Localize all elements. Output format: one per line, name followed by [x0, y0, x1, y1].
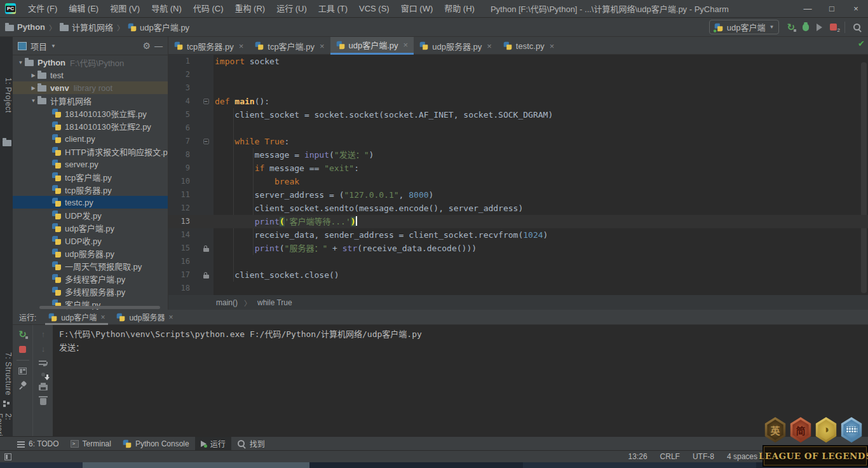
- menu-item[interactable]: VCS (S): [353, 0, 395, 18]
- tree-item[interactable]: ▶venvlibrary root: [13, 81, 168, 94]
- tree-item[interactable]: udp服务器.py: [13, 247, 168, 259]
- hide-panel-icon[interactable]: —: [154, 42, 163, 50]
- english-mode-icon[interactable]: 英: [764, 417, 787, 443]
- code-line[interactable]: 16: [168, 255, 868, 268]
- tool-window-button[interactable]: >Terminal: [65, 437, 117, 451]
- caret-position[interactable]: 13:26: [628, 452, 648, 461]
- menu-item[interactable]: 帮助 (H): [438, 0, 480, 18]
- tree-item[interactable]: ▶test: [13, 69, 168, 81]
- indent-style[interactable]: 4 spaces: [727, 452, 757, 461]
- stop-button[interactable]: 2: [830, 24, 837, 31]
- code-editor[interactable]: 1import socket234−def main():5 client_so…: [168, 55, 868, 294]
- close-icon[interactable]: ×: [168, 313, 173, 322]
- menu-item[interactable]: 编辑 (E): [63, 0, 104, 18]
- rerun-button[interactable]: ↻: [787, 23, 795, 32]
- code-line[interactable]: 18: [168, 282, 868, 295]
- code-line[interactable]: 15 print("服务器：" + str(receive_data.decod…: [168, 242, 868, 255]
- code-line[interactable]: 8 message = input("发送："): [168, 148, 868, 162]
- tree-item[interactable]: tcp服务器.py: [13, 183, 168, 196]
- menu-item[interactable]: 重构 (R): [229, 0, 271, 18]
- tree-item[interactable]: 一周天气预报爬取.py: [13, 259, 168, 272]
- tree-item[interactable]: client.py: [13, 132, 168, 145]
- editor-breadcrumb-item[interactable]: main(): [216, 298, 238, 307]
- tool-window-button[interactable]: 找到: [231, 437, 271, 451]
- menu-item[interactable]: 代码 (C): [187, 0, 229, 18]
- close-button[interactable]: ×: [844, 0, 868, 18]
- code-line[interactable]: 17 client_socket.close(): [168, 268, 868, 282]
- code-line[interactable]: 2: [168, 68, 868, 81]
- tree-item[interactable]: UDP发.py: [13, 209, 168, 221]
- restore-layout-button[interactable]: [18, 368, 27, 375]
- clear-console-button[interactable]: [40, 398, 46, 405]
- print-button[interactable]: [39, 385, 48, 390]
- tool-window-button[interactable]: Python Console: [117, 437, 195, 451]
- tree-item[interactable]: 多线程服务器.py: [13, 285, 168, 298]
- soft-keyboard-icon[interactable]: [840, 417, 863, 443]
- code-line[interactable]: 5 client_socket = socket.socket(socket.A…: [168, 108, 868, 121]
- code-line[interactable]: 3: [168, 81, 868, 95]
- code-line[interactable]: 10 break: [168, 175, 868, 188]
- breadcrumb-item[interactable]: Python: [5, 22, 45, 32]
- run-console-output[interactable]: F:\代码\Python\venv\Scripts\python.exe F:/…: [53, 325, 868, 436]
- tree-item[interactable]: udp客户端.py: [13, 221, 168, 234]
- down-stacktrace-button[interactable]: ↓: [41, 345, 46, 354]
- code-line[interactable]: 1import socket: [168, 55, 868, 68]
- breadcrumb-item[interactable]: udp客户端.py: [128, 21, 189, 33]
- tree-item[interactable]: 1814010130张立辉.py: [13, 107, 168, 120]
- run-configuration-select[interactable]: udp客户端 ▼: [709, 20, 780, 34]
- code-line[interactable]: 11 server_address = ("127.0.0.1", 8000): [168, 188, 868, 202]
- rerun-program-button[interactable]: ↻: [18, 330, 27, 339]
- menu-item[interactable]: 文件 (F): [22, 0, 63, 18]
- chevron-down-icon[interactable]: ▼: [29, 98, 37, 104]
- close-icon[interactable]: ×: [100, 313, 105, 322]
- code-line[interactable]: 9 if message == "exit":: [168, 162, 868, 175]
- editor-tab[interactable]: udp客户端.py×: [330, 37, 414, 55]
- minimize-button[interactable]: —: [796, 0, 820, 18]
- run-with-coverage-button[interactable]: [817, 24, 822, 31]
- menu-item[interactable]: 窗口 (W): [395, 0, 439, 18]
- code-line[interactable]: 13 print('客户端等待...'): [168, 215, 868, 228]
- menu-item[interactable]: 运行 (U): [271, 0, 313, 18]
- fold-collapse-icon[interactable]: −: [203, 99, 209, 104]
- up-stacktrace-button[interactable]: ↑: [41, 330, 46, 339]
- tree-item[interactable]: server.py: [13, 158, 168, 170]
- stripe-project-button[interactable]: 1: Project: [0, 78, 13, 113]
- code-line[interactable]: 14 receive_data, sender_address = client…: [168, 228, 868, 242]
- code-line[interactable]: 4−def main():: [168, 95, 868, 108]
- close-icon[interactable]: ×: [403, 40, 409, 50]
- tree-item[interactable]: tcp客户端.py: [13, 170, 168, 183]
- close-icon[interactable]: ×: [239, 41, 244, 51]
- tool-window-button[interactable]: 6: TODO: [11, 437, 65, 451]
- tree-horizontal-scrollbar[interactable]: [39, 306, 160, 309]
- chevron-right-icon[interactable]: ▶: [29, 85, 37, 91]
- stop-process-button[interactable]: [19, 346, 26, 353]
- chevron-down-icon[interactable]: ▼: [51, 43, 56, 49]
- tree-item[interactable]: 多线程客户端.py: [13, 272, 168, 285]
- chevron-right-icon[interactable]: ▶: [29, 72, 37, 78]
- code-line[interactable]: 7− while True:: [168, 135, 868, 148]
- editor-tab[interactable]: tcp客户端.py×: [249, 37, 330, 55]
- file-encoding[interactable]: UTF-8: [693, 452, 714, 461]
- tool-window-switcher-icon[interactable]: [4, 453, 11, 460]
- editor-tab[interactable]: tcp服务器.py×: [168, 37, 249, 55]
- tree-item[interactable]: 1814010130张立辉2.py: [13, 120, 168, 132]
- menu-item[interactable]: 工具 (T): [313, 0, 353, 18]
- run-tab[interactable]: udp服务器×: [111, 310, 179, 325]
- pin-tab-button[interactable]: [19, 382, 27, 390]
- close-icon[interactable]: ×: [550, 41, 555, 51]
- close-icon[interactable]: ×: [487, 41, 492, 51]
- editor-tab[interactable]: testc.py×: [498, 37, 560, 55]
- soft-wrap-button[interactable]: [39, 359, 48, 367]
- search-everywhere-icon[interactable]: [853, 23, 862, 32]
- editor-breadcrumb-item[interactable]: while True: [257, 298, 292, 307]
- gear-icon[interactable]: ⚙: [142, 41, 151, 50]
- tree-item[interactable]: ▼计算机网络: [13, 94, 168, 107]
- tool-window-button[interactable]: 运行: [195, 437, 231, 451]
- maximize-button[interactable]: □: [820, 0, 844, 18]
- editor-tab[interactable]: udp服务器.py×: [414, 37, 498, 55]
- fold-collapse-icon[interactable]: −: [203, 139, 209, 144]
- chevron-down-icon[interactable]: ▼: [17, 60, 25, 65]
- tree-item[interactable]: UDP收.py: [13, 234, 168, 247]
- scroll-to-end-button[interactable]: [41, 373, 45, 376]
- line-ending[interactable]: CRLF: [660, 452, 680, 461]
